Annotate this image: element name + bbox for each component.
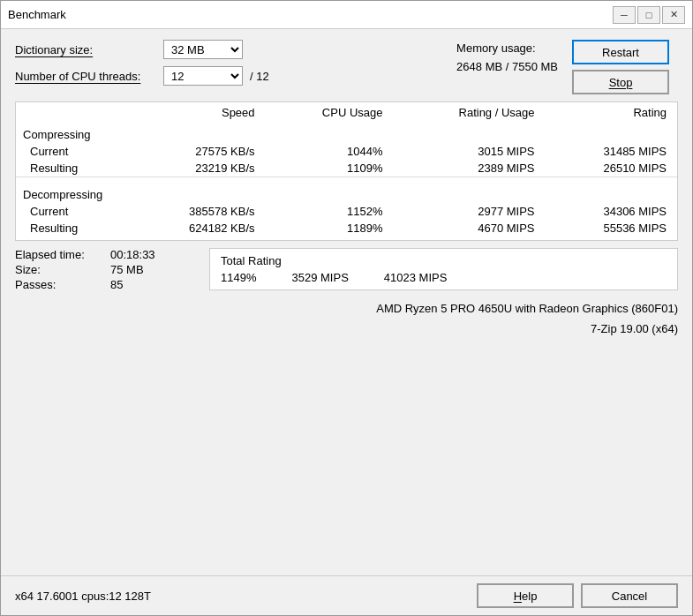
cpu-info: AMD Ryzen 5 PRO 4650U with Radeon Graphi… — [15, 302, 678, 315]
memory-value: 2648 MB / 7550 MB — [456, 58, 558, 77]
size-row: Size: 75 MB — [15, 263, 209, 276]
compressing-header-row: Compressing — [16, 123, 677, 143]
system-info: x64 17.6001 cpus:12 128T — [15, 590, 151, 603]
decomp-resulting-rating-usage: 4670 MIPS — [393, 220, 545, 237]
comp-current-label: Current — [16, 143, 130, 160]
decomp-current-rating: 34306 MIPS — [546, 203, 677, 220]
restart-button[interactable]: Restart — [572, 40, 669, 64]
table-row: Resulting 23219 KB/s 1109% 2389 MIPS 265… — [16, 160, 677, 177]
comp-current-rating-usage: 3015 MIPS — [393, 143, 545, 160]
stats-left: Elapsed time: 00:18:33 Size: 75 MB Passe… — [15, 248, 209, 291]
close-button[interactable]: ✕ — [662, 6, 685, 24]
comp-current-rating: 31485 MIPS — [546, 143, 677, 160]
dictionary-label: Dictionary size: — [15, 43, 156, 56]
comp-resulting-cpu: 1109% — [266, 160, 394, 177]
table-header-row: Speed CPU Usage Rating / Usage Rating — [16, 102, 677, 123]
benchmark-window: Benchmark ─ □ ✕ Dictionary size: 32 MB 6… — [0, 0, 693, 616]
size-value: 75 MB — [110, 263, 144, 276]
minimize-button[interactable]: ─ — [613, 6, 636, 24]
benchmark-table: Speed CPU Usage Rating / Usage Rating Co… — [16, 102, 677, 240]
decomp-current-label: Current — [16, 203, 130, 220]
total-rating: 41023 MIPS — [384, 271, 448, 284]
threads-row: Number of CPU threads: 12 1 2 4 8 / 12 — [15, 66, 442, 86]
table-row: Current 385578 KB/s 1152% 2977 MIPS 3430… — [16, 203, 677, 220]
memory-label: Memory usage: — [456, 40, 558, 58]
elapsed-label: Elapsed time: — [15, 248, 103, 261]
threads-select[interactable]: 12 1 2 4 8 — [163, 66, 243, 86]
main-content: Dictionary size: 32 MB 64 MB 128 MB Numb… — [1, 29, 692, 575]
elapsed-value: 00:18:33 — [110, 248, 155, 261]
decomp-resulting-cpu: 1189% — [266, 220, 394, 237]
comp-current-speed: 27575 KB/s — [130, 143, 266, 160]
action-buttons: Restart Stop — [572, 40, 678, 94]
top-controls-row: Dictionary size: 32 MB 64 MB 128 MB Numb… — [15, 40, 678, 94]
col-header-rating: Rating — [546, 102, 677, 123]
col-header-label — [16, 102, 130, 123]
help-label: Help — [514, 590, 538, 603]
total-rating-values: 1149% 3529 MIPS 41023 MIPS — [221, 271, 667, 284]
comp-resulting-rating: 26510 MIPS — [546, 160, 677, 177]
help-button[interactable]: Help — [477, 583, 574, 608]
bottom-buttons: Help Cancel — [477, 583, 678, 608]
compressing-label: Compressing — [16, 123, 677, 143]
passes-label: Passes: — [15, 278, 103, 291]
elapsed-row: Elapsed time: 00:18:33 — [15, 248, 209, 261]
table-row: Current 27575 KB/s 1044% 3015 MIPS 31485… — [16, 143, 677, 160]
decomp-current-rating-usage: 2977 MIPS — [393, 203, 545, 220]
maximize-button[interactable]: □ — [637, 6, 660, 24]
window-controls: ─ □ ✕ — [613, 6, 685, 24]
controls-left: Dictionary size: 32 MB 64 MB 128 MB Numb… — [15, 40, 442, 86]
total-rating-box: Total Rating 1149% 3529 MIPS 41023 MIPS — [209, 248, 678, 290]
total-rating-label: Total Rating — [221, 254, 667, 267]
passes-row: Passes: 85 — [15, 278, 209, 291]
decomp-current-speed: 385578 KB/s — [130, 203, 266, 220]
decompressing-header-row: Decompressing — [16, 183, 677, 203]
dictionary-select[interactable]: 32 MB 64 MB 128 MB — [163, 40, 243, 59]
passes-value: 85 — [110, 278, 123, 291]
comp-resulting-label: Resulting — [16, 160, 130, 177]
decomp-resulting-label: Resulting — [16, 220, 130, 237]
comp-current-cpu: 1044% — [266, 143, 394, 160]
stop-button[interactable]: Stop — [572, 70, 669, 94]
cancel-button[interactable]: Cancel — [581, 583, 678, 608]
total-mips: 3529 MIPS — [291, 271, 348, 284]
size-label: Size: — [15, 263, 103, 276]
version-info: 7-Zip 19.00 (x64) — [15, 322, 678, 335]
title-bar: Benchmark ─ □ ✕ — [1, 1, 692, 29]
comp-resulting-rating-usage: 2389 MIPS — [393, 160, 545, 177]
decompressing-label: Decompressing — [16, 183, 677, 203]
decomp-resulting-speed: 624182 KB/s — [130, 220, 266, 237]
col-header-speed: Speed — [130, 102, 266, 123]
bottom-spacer — [16, 237, 677, 240]
benchmark-table-section: Speed CPU Usage Rating / Usage Rating Co… — [15, 101, 678, 241]
threads-max-label: / 12 — [250, 70, 269, 83]
window-title: Benchmark — [8, 8, 66, 21]
total-cpu: 1149% — [221, 271, 256, 284]
col-header-rating-usage: Rating / Usage — [393, 102, 545, 123]
comp-resulting-speed: 23219 KB/s — [130, 160, 266, 177]
bottom-bar: x64 17.6001 cpus:12 128T Help Cancel — [1, 575, 692, 615]
decomp-current-cpu: 1152% — [266, 203, 394, 220]
table-row: Resulting 624182 KB/s 1189% 4670 MIPS 55… — [16, 220, 677, 237]
bottom-stats: Elapsed time: 00:18:33 Size: 75 MB Passe… — [15, 248, 678, 291]
threads-label: Number of CPU threads: — [15, 70, 156, 83]
dictionary-row: Dictionary size: 32 MB 64 MB 128 MB — [15, 40, 442, 59]
memory-info: Memory usage: 2648 MB / 7550 MB — [456, 40, 558, 77]
col-header-cpu: CPU Usage — [266, 102, 394, 123]
decomp-resulting-rating: 55536 MIPS — [546, 220, 677, 237]
